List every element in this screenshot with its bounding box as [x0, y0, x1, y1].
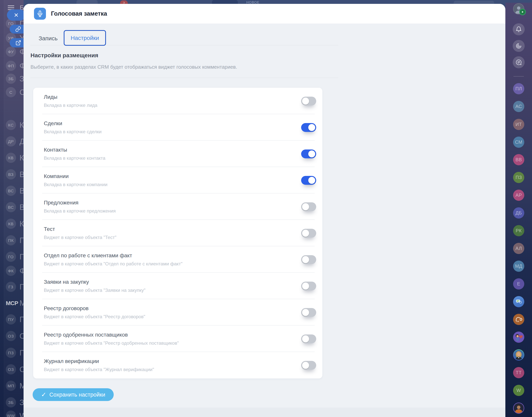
sidebar-item-мср[interactable]: МСРМ [6, 299, 23, 307]
placement-toggle[interactable] [301, 176, 316, 185]
modal-header: Голосовая заметка [23, 4, 505, 23]
placement-toggle[interactable] [301, 308, 316, 317]
chat-contact-photo-woman[interactable] [513, 349, 524, 361]
avatar: РК [513, 225, 524, 236]
background-tab [212, 0, 238, 4]
placement-toggle[interactable] [301, 334, 316, 343]
sidebar-item-с[interactable]: СС [6, 87, 23, 97]
sidebar-item-оз[interactable]: ОЗО [6, 331, 23, 341]
avatar: ВВ [513, 154, 524, 165]
placement-row: СделкиВкладка в карточке сделки [33, 114, 322, 141]
close-slider-button[interactable] [7, 10, 25, 21]
placement-toggle[interactable] [301, 229, 316, 238]
placement-row-subtitle: Вкладка в карточке лида [44, 103, 97, 108]
avatar: ПУ [6, 314, 16, 325]
play-badge-icon[interactable] [519, 9, 526, 15]
check-icon: ✓ [41, 391, 46, 398]
sidebar-item-зб[interactable]: ЗБЗ [6, 397, 23, 407]
sidebar-item-label: Г [20, 282, 23, 291]
sidebar-item-оз[interactable]: ОЗО [6, 364, 23, 375]
placement-toggle[interactable] [301, 361, 316, 370]
placement-row-subtitle: Виджет в карточке объекта "Отдел по рабо… [44, 261, 182, 267]
chat-contact-photo-man[interactable] [513, 403, 524, 414]
man-photo-avatar [513, 403, 524, 414]
sidebar-item-label: Г [20, 252, 23, 261]
notifications-button[interactable] [513, 23, 525, 35]
chat-contact-дб[interactable]: ДБ [513, 207, 524, 219]
chat-contact-е[interactable]: Е [513, 278, 524, 290]
sidebar-item-зб[interactable]: ЗБЗ [6, 74, 23, 84]
placement-row-title: Журнал верификации [44, 358, 154, 364]
avatar: ОЗ [6, 364, 16, 375]
chat-contact-см[interactable]: СМ [513, 136, 524, 148]
avatar: ЗБ [6, 74, 16, 84]
sidebar-item-вс[interactable]: ВСВ [6, 186, 23, 196]
placement-toggle[interactable] [301, 281, 316, 291]
sidebar-item-вз[interactable]: ВЗВ [6, 169, 23, 179]
sidebar-item-пз[interactable]: ПЗП [6, 348, 23, 358]
sidebar-item-кв[interactable]: КВК [6, 153, 23, 163]
sidebar-item-label: К [20, 121, 23, 129]
sidebar-item-фк[interactable]: ФКФ [6, 266, 23, 276]
placement-row: Отдел по работе с клиентами фактВиджет в… [33, 246, 322, 273]
chat-contact-ар[interactable]: АР [513, 190, 524, 201]
placement-row-subtitle: Вкладка в карточке контакта [44, 156, 105, 161]
placement-row-title: Сделки [44, 120, 101, 126]
chat-contact-тт[interactable]: ТТ [513, 367, 524, 378]
sidebar-item-кс[interactable]: КСК [6, 120, 23, 130]
copilot-button[interactable] [513, 40, 525, 52]
placement-toggle[interactable] [301, 255, 316, 264]
sidebar-item-кв[interactable]: КВК [6, 219, 23, 229]
woman-photo-avatar [513, 349, 524, 361]
chat-contact-рк[interactable]: РК [513, 225, 524, 236]
messenger-button[interactable] [513, 56, 525, 68]
chat-contact-app-elephant[interactable] [513, 314, 524, 325]
tab-settings[interactable]: Настройки [64, 30, 106, 46]
chat-contact-ас[interactable]: АС [513, 101, 524, 112]
avatar: МП [6, 381, 16, 391]
sidebar-item-label: В [20, 170, 23, 179]
avatar: КС [6, 120, 16, 130]
sidebar-item-label: С [20, 88, 23, 97]
chat-contact-photo-girl[interactable] [513, 332, 524, 343]
sidebar-item-вс[interactable]: ВСВ [6, 202, 23, 212]
chat-contact-пл[interactable]: ПЛ [513, 83, 524, 94]
chat-contact-пз[interactable]: ПЗ [513, 172, 524, 183]
modal-footer-bar [23, 407, 505, 417]
chat-contact-мд[interactable]: МД [513, 261, 524, 272]
sidebar-item-пу[interactable]: ПУП [6, 314, 23, 325]
sidebar-item-пк[interactable]: ПКП [6, 235, 23, 246]
placement-row: КонтактыВкладка в карточке контакта [33, 141, 322, 167]
sidebar-item-ww[interactable]: WWW [6, 411, 23, 417]
save-settings-button[interactable]: ✓ Сохранить настройки [33, 388, 114, 401]
placement-toggle[interactable] [301, 123, 316, 132]
placement-row-subtitle: Виджет в карточке объекта "Тест" [44, 235, 116, 240]
avatar: Е [513, 278, 524, 290]
placement-toggle[interactable] [301, 97, 316, 105]
avatar: ДР [6, 136, 16, 146]
sidebar-item-др[interactable]: ДРД [6, 136, 23, 146]
chat-contact-вв[interactable]: ВВ [513, 154, 524, 165]
voice-note-modal: Голосовая заметка Запись Настройки Настр… [23, 4, 505, 417]
sidebar-item-фп[interactable]: ФПФ [6, 61, 23, 71]
app-screen: 2 НОВОЕ Б ГОГУФУФУФФПФЗБЗССКСКДРДКВКВЗВВ… [0, 0, 532, 417]
avatar: АЛ [513, 243, 524, 254]
sidebar-item-label: П [20, 236, 23, 245]
chat-contact-ал[interactable]: АЛ [513, 243, 524, 254]
chat-contact-app-chat[interactable] [513, 296, 524, 307]
tab-record[interactable]: Запись [39, 35, 57, 42]
current-user-avatar[interactable] [513, 3, 524, 14]
placement-toggle[interactable] [301, 202, 316, 211]
sidebar-item-label: К [20, 154, 23, 162]
link-icon [15, 26, 21, 32]
chat-contact-ит[interactable]: ИТ [513, 119, 524, 130]
sidebar-item-фу[interactable]: ФУФ [6, 47, 23, 57]
sidebar-item-гз[interactable]: ГЗГ [6, 282, 23, 292]
avatar: ГЗ [6, 282, 16, 292]
sidebar-item-го[interactable]: ГОГ [6, 252, 23, 262]
placement-row-subtitle: Вкладка в карточке предложения [44, 208, 116, 214]
sidebar-item-мп[interactable]: МПМ [6, 381, 23, 391]
placement-toggle[interactable] [301, 149, 316, 158]
chat-contact-w[interactable]: W [513, 385, 524, 396]
elephant-app-avatar-icon [513, 314, 524, 325]
